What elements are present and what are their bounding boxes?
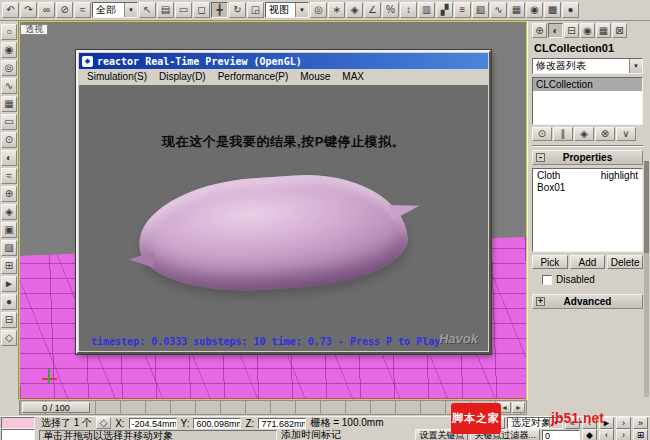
- mini-listener-script-row[interactable]: [1, 429, 35, 440]
- pick-button[interactable]: Pick: [532, 255, 568, 269]
- preview-titlebar[interactable]: reactor Real-Time Preview (OpenGL): [79, 53, 488, 69]
- schematic-view-icon[interactable]: [508, 2, 525, 18]
- quick-render-icon[interactable]: [562, 2, 579, 18]
- delete-button[interactable]: Delete: [607, 255, 643, 269]
- reactor-preview-animation-icon[interactable]: [1, 276, 17, 292]
- make-unique-button[interactable]: [574, 127, 594, 141]
- selection-filter-dropdown[interactable]: 全部: [92, 2, 138, 18]
- modifier-stack-list[interactable]: CLCollection: [532, 77, 643, 125]
- reactor-cloth-collection-icon[interactable]: [1, 42, 17, 58]
- next-key-button[interactable]: [616, 429, 631, 440]
- select-and-move-icon[interactable]: [211, 2, 228, 18]
- go-to-end-button[interactable]: [633, 417, 648, 429]
- use-pivot-center-icon[interactable]: [310, 2, 327, 18]
- reactor-softbody-collection-icon[interactable]: [1, 60, 17, 76]
- mirror-icon[interactable]: [436, 2, 453, 18]
- modifier-list-dropdown[interactable]: 修改器列表: [532, 58, 643, 74]
- select-and-scale-icon[interactable]: [247, 2, 264, 18]
- redo-icon[interactable]: [20, 2, 37, 18]
- menu-simulation[interactable]: Simulation(S): [81, 71, 153, 82]
- edit-named-selection-icon[interactable]: [418, 2, 435, 18]
- menu-mouse[interactable]: Mouse: [294, 71, 336, 82]
- key-mode-toggle-button[interactable]: [582, 429, 597, 440]
- pin-stack-button[interactable]: [532, 127, 552, 141]
- select-link-icon[interactable]: [38, 2, 55, 18]
- advanced-rollout-header[interactable]: + Advanced: [532, 294, 643, 309]
- angle-snap-icon[interactable]: [364, 2, 381, 18]
- reactor-fracture-icon[interactable]: [1, 204, 17, 220]
- reactor-rope-collection-icon[interactable]: [1, 78, 17, 94]
- bind-to-spacewarp-icon[interactable]: [74, 2, 91, 18]
- reference-coordinate-dropdown[interactable]: 视图: [265, 2, 309, 18]
- window-crossing-icon[interactable]: [193, 2, 210, 18]
- undo-icon[interactable]: [2, 2, 19, 18]
- reactor-deforming-mesh-icon[interactable]: [1, 96, 17, 112]
- cloth-entities-list[interactable]: Cloth highlight Box01: [532, 168, 643, 252]
- current-frame-field[interactable]: 0: [542, 430, 580, 440]
- track-right-button[interactable]: [512, 402, 525, 413]
- reactor-softbody-modifier-icon[interactable]: [1, 258, 17, 274]
- preview-render-area[interactable]: 现在这个是我要的结果,按P键停止模拟。 timestep: 0.0333 sub…: [79, 85, 488, 351]
- maxscript-mini-listener[interactable]: [1, 417, 35, 440]
- align-icon[interactable]: [454, 2, 471, 18]
- collapse-icon[interactable]: -: [536, 153, 545, 162]
- reactor-toy-car-icon[interactable]: [1, 186, 17, 202]
- select-and-rotate-icon[interactable]: [229, 2, 246, 18]
- add-time-tag[interactable]: 添加时间标记: [279, 428, 343, 440]
- curve-editor-icon[interactable]: [490, 2, 507, 18]
- remove-modifier-button[interactable]: [595, 127, 615, 141]
- reactor-analyze-world-icon[interactable]: [1, 312, 17, 328]
- modify-tab[interactable]: [548, 23, 563, 38]
- spinner-snap-icon[interactable]: [400, 2, 417, 18]
- next-frame-button[interactable]: [616, 417, 631, 429]
- coord-z-field[interactable]: 771.682mm: [258, 418, 306, 429]
- motion-tab[interactable]: [580, 23, 595, 38]
- properties-rollout-header[interactable]: - Properties: [532, 150, 643, 165]
- material-editor-icon[interactable]: [526, 2, 543, 18]
- modifier-stack-item[interactable]: CLCollection: [533, 78, 642, 91]
- selection-region-icon[interactable]: [175, 2, 192, 18]
- mini-listener-macro-row[interactable]: [1, 417, 35, 429]
- reactor-plane-icon[interactable]: [1, 114, 17, 130]
- selection-lock-toggle-icon[interactable]: [96, 417, 111, 429]
- reactor-spring-icon[interactable]: [1, 132, 17, 148]
- show-end-result-button[interactable]: [553, 127, 573, 141]
- time-configuration-button[interactable]: [633, 429, 648, 440]
- menu-max[interactable]: MAX: [336, 71, 370, 82]
- reactor-cloth-modifier-icon[interactable]: [1, 240, 17, 256]
- utilities-tab[interactable]: [612, 23, 627, 38]
- expand-icon[interactable]: +: [536, 297, 545, 306]
- reactor-wind-icon[interactable]: [1, 168, 17, 184]
- menu-display[interactable]: Display(D): [153, 71, 212, 82]
- display-tab[interactable]: [596, 23, 611, 38]
- select-and-manipulate-icon[interactable]: [328, 2, 345, 18]
- disabled-checkbox[interactable]: [542, 275, 552, 285]
- reactor-rigidbody-collection-icon[interactable]: [1, 24, 17, 40]
- render-setup-icon[interactable]: [544, 2, 561, 18]
- add-button[interactable]: Add: [570, 255, 606, 269]
- menu-performance[interactable]: Performance(P): [212, 71, 295, 82]
- chevron-down-icon[interactable]: [124, 3, 137, 17]
- percent-snap-icon[interactable]: [382, 2, 399, 18]
- chevron-down-icon[interactable]: [629, 59, 642, 73]
- reactor-create-animation-icon[interactable]: [1, 294, 17, 310]
- reactor-motor-icon[interactable]: [1, 150, 17, 166]
- layer-manager-icon[interactable]: [472, 2, 489, 18]
- select-by-name-icon[interactable]: [157, 2, 174, 18]
- configure-modifier-sets-button[interactable]: [616, 127, 636, 141]
- time-slider[interactable]: 0 / 100: [22, 402, 90, 413]
- panel-scrollbar-thumb[interactable]: [644, 161, 649, 253]
- previous-key-button[interactable]: [599, 429, 614, 440]
- select-object-icon[interactable]: [139, 2, 156, 18]
- reactor-water-icon[interactable]: [1, 222, 17, 238]
- hierarchy-tab[interactable]: [564, 23, 579, 38]
- unlink-selection-icon[interactable]: [56, 2, 73, 18]
- coord-x-field[interactable]: -204.54mm: [129, 418, 177, 429]
- coord-y-field[interactable]: 600.098mm: [193, 418, 241, 429]
- panel-scrollbar[interactable]: [644, 161, 649, 397]
- reactor-utilities-icon[interactable]: [1, 330, 17, 346]
- create-tab[interactable]: [532, 23, 547, 38]
- chevron-down-icon[interactable]: [295, 3, 308, 17]
- entity-list-item[interactable]: Box01: [533, 182, 642, 193]
- snap-toggle-icon[interactable]: [346, 2, 363, 18]
